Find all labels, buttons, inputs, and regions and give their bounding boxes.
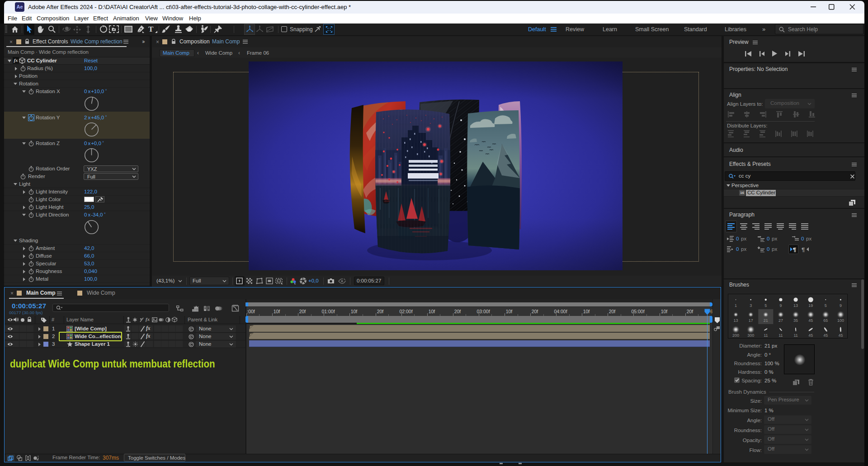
svg-text:17: 17 [749,318,753,323]
svg-text:13: 13 [734,318,738,323]
svg-text:19: 19 [808,303,813,308]
svg-text:13: 13 [793,303,798,308]
svg-text:¶: ¶ [793,246,796,252]
svg-text:3: 3 [750,303,752,308]
svg-text:11: 11 [778,333,783,338]
svg-text:9: 9 [779,303,782,308]
svg-text:5: 5 [764,303,767,308]
svg-text:5: 5 [825,303,827,308]
svg-text:45: 45 [808,318,813,323]
svg-text:45: 45 [823,333,828,338]
svg-text:11: 11 [764,333,768,338]
svg-text:65: 65 [823,318,828,323]
svg-text:21: 21 [764,318,768,323]
svg-text:200: 200 [732,333,739,338]
svg-text:¶: ¶ [802,246,805,252]
svg-text:9: 9 [840,303,842,308]
svg-text:11: 11 [793,333,797,338]
svg-text:300: 300 [747,333,754,338]
svg-text:27: 27 [778,318,783,323]
svg-text:45: 45 [838,333,843,338]
svg-text:45: 45 [808,333,813,338]
svg-text:1: 1 [735,303,737,308]
svg-text:35: 35 [793,318,798,323]
svg-text:100: 100 [837,318,844,323]
